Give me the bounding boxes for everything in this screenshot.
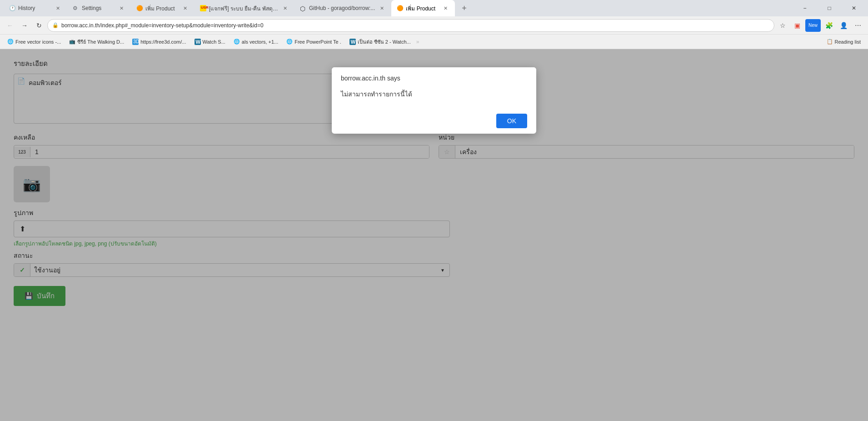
modal-dialog: borrow.acc.in.th says ไม่สามารถทำรายการน… [332,67,536,134]
window-controls: − □ ✕ [794,0,864,16]
powerpoint-icon: 🌐 [286,39,293,45]
minimize-button[interactable]: − [794,0,815,16]
toolbar-right: ☆ ▣ New 🧩 👤 ⋯ [776,19,864,32]
github-tab-icon: ⬡ [300,5,306,11]
collections-button[interactable]: ▣ [791,19,803,32]
reading-list-button[interactable]: 📋 Reading list [823,38,864,45]
watch-icon: W [195,39,201,45]
modal-body: ไม่สามารถทำรายการนี้ได้ [332,85,536,108]
tab-github[interactable]: ⬡ GitHub - goragod/borrow:... ✕ [294,0,391,16]
tab-settings[interactable]: ⚙ Settings ✕ [67,0,131,16]
tab-product1-label: เพิ่ม Product [145,4,178,13]
bookmark-animals-label: als vectors, +1... [242,39,278,45]
menu-button[interactable]: ⋯ [852,19,864,32]
bento-icon: W [349,39,356,45]
bookmark-powerpoint[interactable]: 🌐 Free PowerPoint Te . [283,36,345,47]
new-tab-button[interactable]: + [457,1,471,15]
tab-product2-close[interactable]: ✕ [441,4,449,12]
maximize-button[interactable]: □ [819,0,840,16]
reading-list-icon: 📋 [827,39,833,45]
navigation-toolbar: ← → ↻ 🔒 borrow.acc.in.th/index.php#_modu… [0,16,868,35]
bookmark-bento[interactable]: W เป็นต่อ ซีซัน 2 - Watch... [346,36,414,47]
product1-tab-icon: 🟠 [136,5,143,11]
modal-footer: OK [332,108,536,134]
lock-icon: 🔒 [52,22,59,28]
bookmark-walking-dead-label: ซีรีย์ The Walking D... [77,38,124,46]
profile-button[interactable]: 👤 [837,19,850,32]
reload-button[interactable]: ↻ [33,19,45,32]
bookmarks-bar: 🌐 Free vector icons -... 📺 ซีรีย์ The Wa… [0,35,868,49]
extensions-button[interactable]: 🧩 [823,19,835,32]
tab-product1-close[interactable]: ✕ [181,4,189,12]
page-content: รายละเอียด 📄 คงเหลือ 123 หน่วย [0,49,868,421]
tab-thai-label: [แจกฟรี] ระบบ ยืม-คืน พัสดุ E-Bo... [209,4,278,13]
close-button[interactable]: ✕ [843,0,864,16]
free3d-icon: 3D [132,39,139,45]
bookmark-animals[interactable]: 🌐 als vectors, +1... [230,36,282,47]
address-bar[interactable]: 🔒 borrow.acc.in.th/index.php#_module=inv… [47,19,774,32]
tab-github-label: GitHub - goragod/borrow:... [309,5,375,11]
bookmarks-more[interactable]: » [415,39,420,45]
tab-product1[interactable]: 🟠 เพิ่ม Product ✕ [131,0,195,16]
animals-icon: 🌐 [234,39,240,45]
bookmark-powerpoint-label: Free PowerPoint Te . [294,39,341,45]
tab-product2-label: เพิ่ม Product [406,4,439,13]
bookmark-free3d[interactable]: 3D https://free3d.com/... [129,36,190,47]
bookmark-free-icons[interactable]: 🌐 Free vector icons -... [4,36,65,47]
product2-tab-icon: 🟠 [397,5,403,11]
bookmark-watch-label: Watch S... [203,39,225,45]
tab-settings-label: Settings [82,5,115,11]
bookmark-bento-label: เป็นต่อ ซีซัน 2 - Watch... [358,38,411,46]
modal-header: borrow.acc.in.th says [332,67,536,85]
modal-message: ไม่สามารถทำรายการนี้ได้ [341,89,527,99]
free-icons-icon: 🌐 [7,39,14,45]
modal-ok-button[interactable]: OK [496,114,527,128]
tab-thai-close[interactable]: ✕ [281,4,289,12]
back-button[interactable]: ← [4,19,16,32]
titlebar: 🕐 History ✕ ⚙ Settings ✕ 🟠 เพิ่ม Product… [0,0,868,16]
history-tab-icon: 🕐 [9,5,15,11]
modal-overlay: borrow.acc.in.th says ไม่สามารถทำรายการน… [0,49,868,421]
settings-tab-icon: ⚙ [73,5,79,11]
tab-github-close[interactable]: ✕ [378,4,386,12]
bookmark-watch[interactable]: W Watch S... [191,36,229,47]
bookmark-free-icons-label: Free vector icons -... [15,39,61,45]
tab-settings-close[interactable]: ✕ [117,4,125,12]
walking-dead-icon: 📺 [69,39,75,45]
reading-list-label: Reading list [835,39,861,45]
extensions-new-button[interactable]: New [805,19,821,32]
bookmark-free3d-label: https://free3d.com/... [140,39,186,45]
modal-title: borrow.acc.in.th says [341,75,527,82]
tab-history-label: History [18,5,51,11]
bookmark-walking-dead[interactable]: 📺 ซีรีย์ The Walking D... [65,36,128,47]
browser-window: 🕐 History ✕ ⚙ Settings ✕ 🟠 เพิ่ม Product… [0,0,868,421]
forward-button[interactable]: → [18,19,31,32]
tab-product2[interactable]: 🟠 เพิ่ม Product ✕ [391,0,455,16]
tab-history[interactable]: 🕐 History ✕ [4,0,67,16]
star-button[interactable]: ☆ [776,19,789,32]
address-text: borrow.acc.in.th/index.php#_module=inven… [61,22,769,29]
tab-history-close[interactable]: ✕ [54,4,62,12]
tab-thai[interactable]: USR [แจกฟรี] ระบบ ยืม-คืน พัสดุ E-Bo... … [195,0,294,16]
thai-tab-icon: USR [200,5,206,11]
